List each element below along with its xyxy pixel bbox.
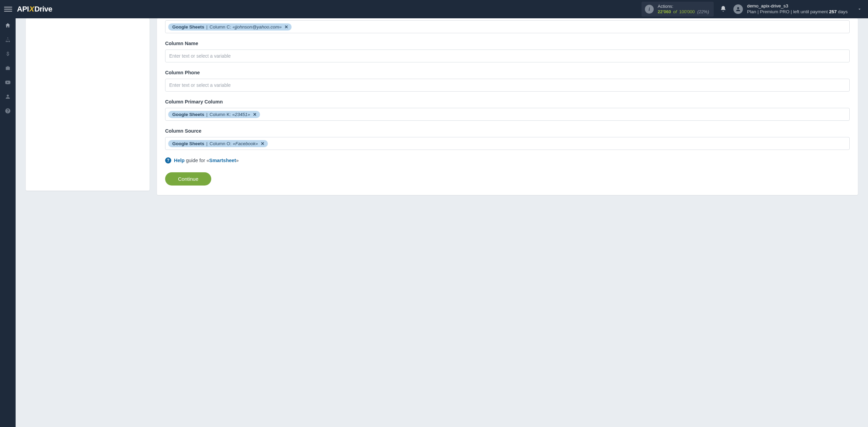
- plan-name: Premium PRO: [760, 9, 789, 14]
- avatar-icon: [733, 4, 743, 14]
- help-close: »: [236, 158, 239, 163]
- field-column-c: Google Sheets | Column C: «jjohnson@yaho…: [165, 18, 850, 33]
- sidebar-item-business[interactable]: [0, 61, 16, 75]
- sidebar-item-video[interactable]: [0, 75, 16, 90]
- actions-usage-box[interactable]: i Actions: 22'060 of 100'000 (22%): [642, 2, 714, 17]
- sitemap-icon: [5, 37, 11, 43]
- user-icon: [5, 94, 11, 100]
- plan-prefix: Plan |: [747, 9, 758, 14]
- main-viewport: Google Sheets | Column C: «jjohnson@yaho…: [16, 18, 868, 427]
- continue-button[interactable]: Continue: [165, 172, 211, 186]
- chip-column-source[interactable]: Google Sheets | Column O: «Facebook» ✕: [168, 140, 268, 147]
- help-target: Smartsheet: [209, 158, 236, 163]
- field-label: Column Name: [165, 41, 850, 46]
- menu-toggle-button[interactable]: [4, 5, 12, 13]
- field-column-primary: Column Primary Column Google Sheets | Co…: [165, 99, 850, 121]
- help-text: guide for «: [186, 158, 209, 163]
- chip-source: Google Sheets: [172, 24, 204, 30]
- brand-logo[interactable]: API X Drive: [17, 5, 52, 14]
- help-question-icon: ?: [165, 157, 171, 163]
- briefcase-icon: [5, 65, 11, 71]
- field-column-c-box[interactable]: Google Sheets | Column C: «jjohnson@yaho…: [165, 20, 850, 33]
- actions-pct: (22%): [696, 9, 709, 14]
- chip-sep: |: [206, 112, 209, 117]
- left-sidebar: [0, 18, 16, 427]
- chip-remove-icon[interactable]: ✕: [253, 112, 257, 117]
- field-column-primary-box[interactable]: Google Sheets | Column K: «23451» ✕: [165, 108, 850, 121]
- field-label: Column Primary Column: [165, 99, 850, 104]
- field-column-phone: Column Phone Enter text or select a vari…: [165, 70, 850, 92]
- youtube-icon: [5, 79, 11, 85]
- chip-remove-icon[interactable]: ✕: [284, 24, 288, 30]
- info-icon: i: [645, 5, 654, 14]
- chevron-down-icon[interactable]: [857, 7, 862, 12]
- sidebar-item-help[interactable]: [0, 104, 16, 118]
- chip-source: Google Sheets: [172, 141, 204, 146]
- plan-suffix: | left until payment: [791, 9, 828, 14]
- help-link-row[interactable]: ? Help guide for «Smartsheet»: [165, 157, 850, 163]
- form-card: Google Sheets | Column C: «jjohnson@yaho…: [157, 18, 858, 195]
- field-label: Column Phone: [165, 70, 850, 75]
- actions-total: 100'000: [679, 9, 695, 14]
- user-info-text: demo_apix-drive_s3 Plan | Premium PRO | …: [747, 3, 848, 15]
- chip-sep: |: [206, 141, 209, 146]
- actions-label: Actions:: [658, 4, 709, 9]
- chip-col: Column O:: [210, 141, 232, 146]
- actions-usage-text: Actions: 22'060 of 100'000 (22%): [658, 4, 709, 15]
- actions-of: of: [672, 9, 678, 14]
- dollar-icon: [5, 51, 11, 57]
- chip-col: Column C:: [210, 24, 231, 30]
- chip-value: «Facebook»: [233, 141, 258, 146]
- plan-days-word: days: [838, 9, 848, 14]
- top-header: API X Drive i Actions: 22'060 of 100'000…: [0, 0, 868, 18]
- left-panel-card: [26, 18, 150, 191]
- user-menu[interactable]: demo_apix-drive_s3 Plan | Premium PRO | …: [733, 3, 862, 15]
- chip-value: «jjohnson@yahoo.com»: [233, 24, 282, 30]
- home-icon: [5, 22, 11, 28]
- sidebar-item-account[interactable]: [0, 90, 16, 104]
- chip-source: Google Sheets: [172, 112, 204, 117]
- notifications-button[interactable]: [720, 5, 727, 13]
- field-column-name: Column Name Enter text or select a varia…: [165, 41, 850, 62]
- help-icon: [5, 108, 11, 114]
- user-name: demo_apix-drive_s3: [747, 3, 848, 9]
- sidebar-item-home[interactable]: [0, 18, 16, 33]
- sidebar-item-billing[interactable]: [0, 47, 16, 61]
- help-word: Help: [174, 158, 184, 163]
- chip-sep: |: [206, 24, 209, 30]
- field-column-source: Column Source Google Sheets | Column O: …: [165, 128, 850, 150]
- chip-column-c[interactable]: Google Sheets | Column C: «jjohnson@yaho…: [168, 23, 292, 31]
- field-label: Column Source: [165, 128, 850, 134]
- sidebar-item-connections[interactable]: [0, 33, 16, 47]
- chip-col: Column K:: [210, 112, 231, 117]
- logo-part-api: API: [17, 5, 29, 14]
- field-column-phone-box[interactable]: Enter text or select a variable: [165, 79, 850, 92]
- chip-remove-icon[interactable]: ✕: [261, 141, 264, 146]
- field-column-source-box[interactable]: Google Sheets | Column O: «Facebook» ✕: [165, 137, 850, 150]
- logo-part-drive: Drive: [34, 5, 52, 14]
- logo-part-x: X: [29, 5, 34, 14]
- actions-used: 22'060: [658, 9, 671, 14]
- chip-column-primary[interactable]: Google Sheets | Column K: «23451» ✕: [168, 111, 260, 118]
- plan-days: 257: [829, 9, 837, 14]
- field-column-name-box[interactable]: Enter text or select a variable: [165, 50, 850, 62]
- chip-value: «23451»: [232, 112, 250, 117]
